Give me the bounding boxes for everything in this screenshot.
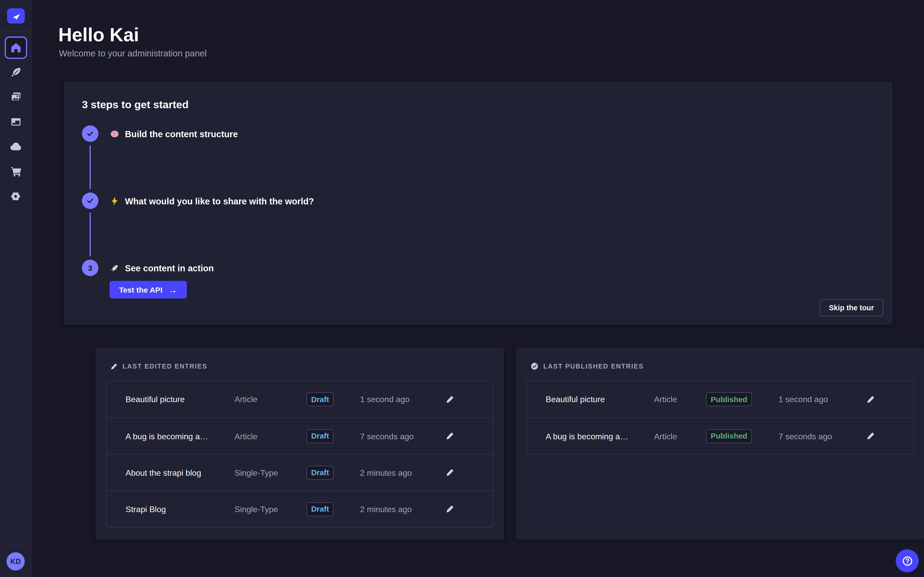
brain-emoji xyxy=(110,129,120,139)
step-2-check-circle xyxy=(82,193,98,209)
status-badge: Draft xyxy=(307,429,334,443)
sidebar-item-settings[interactable] xyxy=(4,185,27,207)
rocket-emoji xyxy=(110,263,120,273)
test-the-api-button[interactable]: Test the API → xyxy=(110,281,187,298)
last-published-table: Beautiful picture Article Published 1 se… xyxy=(526,380,914,455)
sidebar-user-area: KD xyxy=(0,545,31,577)
cart-icon xyxy=(10,165,21,177)
last-published-header: LAST PUBLISHED ENTRIES xyxy=(526,360,914,372)
check-icon xyxy=(86,197,94,205)
entry-title: A bug is becoming a… xyxy=(126,431,234,441)
edit-entry-button[interactable] xyxy=(442,428,457,444)
step-3-number-circle: 3 xyxy=(82,259,98,276)
table-row: Strapi Blog Single-Type Draft 2 minutes … xyxy=(107,490,493,527)
guided-tour-steps: Build the content structure xyxy=(82,126,869,298)
step-1-check-circle xyxy=(82,126,98,142)
entry-time: 7 seconds ago xyxy=(360,431,442,441)
step-connector xyxy=(90,145,91,189)
status-badge: Draft xyxy=(307,392,334,406)
strapi-logo-icon xyxy=(10,10,21,21)
step-connector xyxy=(90,213,91,256)
last-published-title: LAST PUBLISHED ENTRIES xyxy=(543,363,644,370)
pencil-icon xyxy=(110,363,118,370)
sidebar-logo-area xyxy=(0,0,31,32)
page-header: Hello Kai Welcome to your administration… xyxy=(32,0,924,58)
table-row: A bug is becoming a… Article Published 7… xyxy=(527,417,913,454)
pencil-icon xyxy=(445,432,454,440)
pencil-icon xyxy=(445,504,454,513)
avatar[interactable]: KD xyxy=(6,552,25,571)
step-3-label: See content in action xyxy=(125,263,214,273)
last-edited-table: Beautiful picture Article Draft 1 second… xyxy=(106,380,493,527)
entry-time: 7 seconds ago xyxy=(779,431,863,441)
cloud-icon xyxy=(10,140,22,153)
step-1-label-row: Build the content structure xyxy=(110,126,238,142)
step-2-rail xyxy=(82,193,98,260)
help-button[interactable] xyxy=(896,549,919,572)
tour-step-3: 3 See content in action xyxy=(82,259,869,276)
entry-type: Article xyxy=(234,431,307,441)
entry-title: About the strapi blog xyxy=(126,468,234,477)
entry-time: 2 minutes ago xyxy=(360,504,442,514)
sidebar-item-home[interactable] xyxy=(4,36,27,59)
step-3-rail: 3 xyxy=(82,259,98,276)
test-the-api-label: Test the API xyxy=(119,285,163,294)
sidebar-item-marketplace[interactable] xyxy=(4,160,27,182)
entry-time: 2 minutes ago xyxy=(360,468,442,477)
entry-type: Article xyxy=(654,395,706,404)
check-circle-icon xyxy=(530,362,538,370)
skip-the-tour-button[interactable]: Skip the tour xyxy=(819,299,884,316)
edit-entry-button[interactable] xyxy=(863,392,878,407)
sidebar-item-content-type-builder[interactable] xyxy=(4,111,27,133)
avatar-initials: KD xyxy=(10,557,21,566)
pencil-icon xyxy=(445,468,454,477)
entry-title: A bug is becoming a… xyxy=(546,431,654,441)
sidebar-item-cloud[interactable] xyxy=(4,135,27,158)
sidebar-item-content-manager[interactable] xyxy=(4,61,27,84)
sidebar: KD xyxy=(0,0,32,577)
edit-entry-button[interactable] xyxy=(442,465,457,480)
step-2-label: What would you like to share with the wo… xyxy=(125,196,314,206)
question-mark-icon xyxy=(901,555,913,567)
status-badge: Draft xyxy=(307,502,334,516)
strapi-logo[interactable] xyxy=(6,8,24,23)
entry-type: Single-Type xyxy=(234,504,307,514)
arrow-right-icon: → xyxy=(168,285,177,294)
pencil-icon xyxy=(445,395,454,403)
table-row: Beautiful picture Article Draft 1 second… xyxy=(107,381,493,417)
status-badge: Draft xyxy=(307,466,334,480)
edit-entry-button[interactable] xyxy=(442,392,457,407)
gear-icon xyxy=(10,190,22,202)
page-title: Hello Kai xyxy=(58,24,924,46)
entry-type: Article xyxy=(654,431,706,441)
pictures-icon xyxy=(10,91,21,103)
last-edited-header: LAST EDITED ENTRIES xyxy=(106,360,493,372)
last-edited-entries-card: LAST EDITED ENTRIES Beautiful picture Ar… xyxy=(95,348,504,540)
status-badge: Published xyxy=(706,392,752,406)
entry-type: Article xyxy=(234,395,307,404)
step-1-rail xyxy=(82,126,98,193)
sidebar-nav xyxy=(0,32,31,207)
last-published-entries-card: LAST PUBLISHED ENTRIES Beautiful picture… xyxy=(515,348,924,540)
home-icon xyxy=(10,42,21,53)
last-edited-title: LAST EDITED ENTRIES xyxy=(123,363,207,370)
entry-title: Beautiful picture xyxy=(546,395,654,404)
layout-icon xyxy=(10,116,21,128)
edit-entry-button[interactable] xyxy=(442,501,457,517)
feather-icon xyxy=(10,66,21,78)
entry-type: Single-Type xyxy=(234,468,307,477)
check-icon xyxy=(86,129,94,138)
edit-entry-button[interactable] xyxy=(863,428,878,444)
pencil-icon xyxy=(866,395,875,403)
strapi-admin-dashboard: KD Hello Kai Welcome to your administrat… xyxy=(0,0,924,577)
entry-title: Beautiful picture xyxy=(126,395,234,404)
entry-time: 1 second ago xyxy=(360,395,442,404)
step-3-label-row: See content in action xyxy=(110,259,214,276)
tour-step-2: What would you like to share with the wo… xyxy=(82,193,869,260)
tour-step-1: Build the content structure xyxy=(82,126,869,193)
step-1-label: Build the content structure xyxy=(125,129,238,139)
step-3-number: 3 xyxy=(88,263,92,272)
guided-tour-title: 3 steps to get started xyxy=(82,98,869,112)
lightning-emoji xyxy=(110,196,120,206)
sidebar-item-media-library[interactable] xyxy=(4,86,27,108)
